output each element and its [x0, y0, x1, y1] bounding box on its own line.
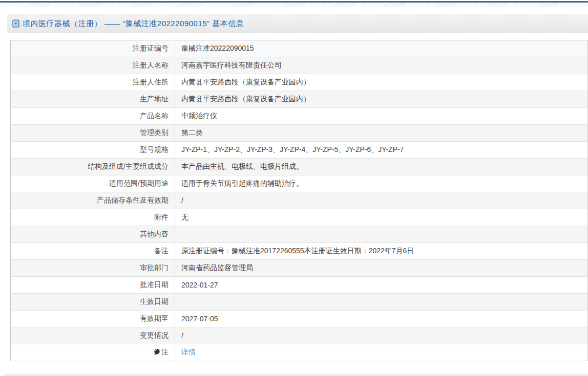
row-label: 变更情况 — [11, 327, 175, 344]
table-row: 注册人住所 内黄县平安路西段（康复设备产业园内） — [11, 74, 588, 91]
row-value — [175, 294, 588, 311]
next-section-edge — [4, 374, 588, 376]
row-label: 其他内容 — [11, 226, 175, 243]
table-row: 变更情况 / — [11, 327, 588, 344]
row-value: 河南嘉宇医疗科技有限责任公司 — [175, 57, 588, 74]
row-value — [175, 226, 588, 243]
table-row: 注册人名称 河南嘉宇医疗科技有限责任公司 — [11, 57, 588, 74]
row-label: 注 — [161, 348, 169, 356]
row-label: 产品名称 — [11, 108, 175, 125]
note-bubble-icon — [154, 348, 160, 356]
row-label: 注册人住所 — [11, 74, 175, 91]
row-label: 生效日期 — [11, 294, 175, 311]
document-icon — [12, 19, 19, 28]
row-label: 有效期至 — [11, 311, 175, 327]
row-value: 详情 — [175, 344, 588, 361]
row-value: / — [175, 192, 588, 209]
info-table: 注册证编号 豫械注准20222090015 注册人名称 河南嘉宇医疗科技有限责任… — [10, 40, 588, 361]
row-value: 原注册证编号：豫械注准20172260555本注册证生效日期：2022年7月6日 — [175, 243, 588, 260]
row-value: 2027-07-05 — [175, 311, 588, 327]
table-row: 注册证编号 豫械注准20222090015 — [11, 40, 588, 57]
row-value: 中频治疗仪 — [175, 108, 588, 125]
row-label-note: 注 — [11, 344, 175, 361]
row-value: 河南省药品监督管理局 — [175, 260, 588, 277]
table-row: 其他内容 — [11, 226, 588, 243]
row-value: 适用于骨关节病引起疼痛的辅助治疗。 — [175, 175, 588, 192]
row-value: 豫械注准20222090015 — [175, 40, 588, 57]
table-row: 批准日期 2022-01-27 — [11, 277, 588, 294]
row-label: 管理类别 — [11, 125, 175, 142]
row-label: 型号规格 — [11, 142, 175, 159]
table-row: 备注 原注册证编号：豫械注准20172260555本注册证生效日期：2022年7… — [11, 243, 588, 260]
table-row: 结构及组成/主要组成成分 本产品由主机、电极线、电极片组成。 — [11, 159, 588, 175]
table-row: 适用范围/预期用途 适用于骨关节病引起疼痛的辅助治疗。 — [11, 175, 588, 192]
row-label: 适用范围/预期用途 — [11, 175, 175, 192]
row-value: JY-ZP-1、JY-ZP-2、JY-ZP-3、JY-ZP-4、JY-ZP-5、… — [175, 142, 588, 159]
row-label: 生产地址 — [11, 91, 175, 108]
row-label: 备注 — [11, 243, 175, 260]
page-title: 境内医疗器械（注册） —— “豫械注准20222090015” 基本信息 — [23, 19, 244, 29]
row-label: 批准日期 — [11, 277, 175, 294]
table-row: 产品储存条件及有效期 / — [11, 192, 588, 209]
table-row: 附件 无 — [11, 209, 588, 226]
table-row: 型号规格 JY-ZP-1、JY-ZP-2、JY-ZP-3、JY-ZP-4、JY-… — [11, 142, 588, 159]
row-value: 本产品由主机、电极线、电极片组成。 — [175, 159, 588, 175]
row-value: 内黄县平安路西段（康复设备产业园内） — [175, 74, 588, 91]
table-row: 管理类别 第二类 — [11, 125, 588, 142]
row-label: 审批部门 — [11, 260, 175, 277]
detail-link[interactable]: 详情 — [181, 348, 196, 356]
table-row: 有效期至 2027-07-05 — [11, 311, 588, 327]
table-row: 注 详情 — [11, 344, 588, 361]
row-value: 无 — [175, 209, 588, 226]
row-value: / — [175, 327, 588, 344]
table-row: 审批部门 河南省药品监督管理局 — [11, 260, 588, 277]
decorative-hatch-band — [0, 3, 588, 7]
page-header: 境内医疗器械（注册） —— “豫械注准20222090015” 基本信息 — [7, 14, 588, 33]
row-label: 注册证编号 — [11, 40, 175, 57]
row-label: 注册人名称 — [11, 57, 175, 74]
table-row: 生产地址 内黄县平安路西段（康复设备产业园内） — [11, 91, 588, 108]
table-row: 生效日期 — [11, 294, 588, 311]
row-value: 2022-01-27 — [175, 277, 588, 294]
table-row: 产品名称 中频治疗仪 — [11, 108, 588, 125]
row-value: 内黄县平安路西段（康复设备产业园内） — [175, 91, 588, 108]
row-value: 第二类 — [175, 125, 588, 142]
row-label: 产品储存条件及有效期 — [11, 192, 175, 209]
registration-info-panel: 注册证编号 豫械注准20222090015 注册人名称 河南嘉宇医疗科技有限责任… — [10, 40, 588, 361]
row-label: 结构及组成/主要组成成分 — [11, 159, 175, 175]
row-label: 附件 — [11, 209, 175, 226]
